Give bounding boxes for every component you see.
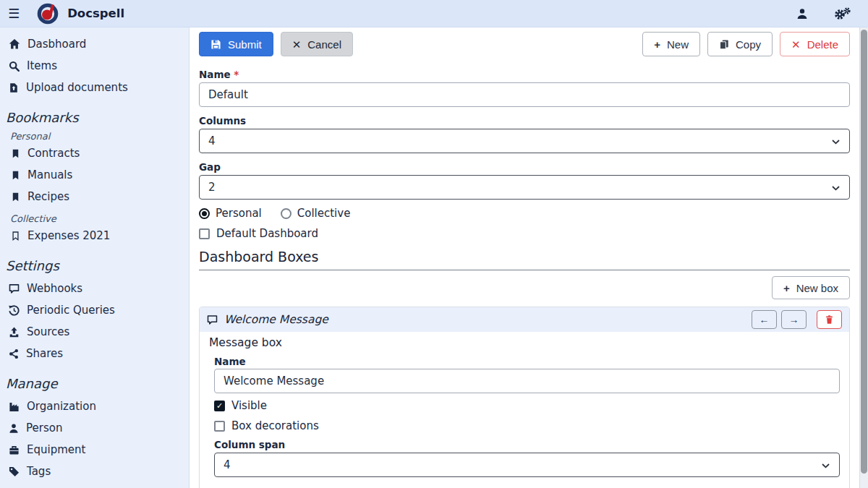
sidebar-item-sources[interactable]: Sources	[0, 321, 189, 343]
name-label-text: Name	[199, 69, 231, 80]
vertical-scrollbar[interactable]	[859, 27, 868, 488]
sidebar-item-label: Equipment	[27, 444, 85, 455]
sidebar-item-label: Periodic Queries	[27, 304, 115, 316]
delete-label: Delete	[807, 38, 838, 51]
sidebar-item-shares[interactable]: Shares	[0, 343, 189, 364]
organization-icon	[9, 401, 20, 412]
history-icon	[9, 305, 20, 316]
scrollbar-thumb[interactable]	[861, 30, 867, 474]
sidebar-item-tags[interactable]: Tags	[0, 461, 189, 482]
sidebar-item-expenses-2021[interactable]: Expenses 2021	[0, 225, 189, 247]
top-navbar: ☰ Docspell	[0, 0, 868, 27]
sidebar-item-items[interactable]: Items	[0, 55, 189, 77]
comment-icon	[9, 283, 20, 294]
sidebar-item-label: Dasbhoard	[27, 38, 86, 50]
trash-icon	[825, 314, 834, 325]
bookmark-icon	[11, 148, 20, 159]
sidebar-item-label: Shares	[26, 348, 63, 359]
arrow-right-icon: →	[789, 314, 799, 325]
radio-collective-label: Collective	[297, 207, 351, 220]
scope-radio-group: Personal Collective	[199, 207, 850, 220]
plus-icon: +	[783, 283, 790, 294]
chevron-down-icon	[822, 463, 830, 468]
sidebar-item-label: Organization	[27, 401, 96, 412]
chevron-down-icon	[832, 186, 840, 191]
person-icon	[9, 423, 19, 434]
copy-label: Copy	[736, 38, 761, 51]
sidebar-item-periodic-queries[interactable]: Periodic Queries	[0, 299, 189, 321]
chevron-down-icon	[832, 140, 840, 145]
main-content: Submit ✕ Cancel + New Copy	[190, 27, 859, 488]
sidebar-item-label: Recipes	[27, 191, 69, 202]
visible-checkbox-row[interactable]: ✓ Visible	[214, 399, 840, 412]
checkbox-unchecked-icon[interactable]	[214, 421, 225, 432]
columns-select[interactable]: 4	[199, 129, 850, 153]
bookmark-group-personal: Personal	[10, 131, 189, 142]
cancel-label: Cancel	[307, 38, 341, 51]
checkbox-unchecked-icon[interactable]	[199, 228, 210, 239]
app-title: Docspell	[67, 7, 124, 20]
radio-unselected-icon[interactable]	[281, 208, 292, 219]
visible-label: Visible	[231, 399, 267, 412]
columns-selected-value: 4	[208, 134, 216, 147]
box-decorations-checkbox-row[interactable]: Box decorations	[214, 419, 840, 432]
copy-button[interactable]: Copy	[707, 32, 773, 56]
delete-button[interactable]: ✕ Delete	[780, 32, 850, 56]
box-kind-label: Message box	[209, 337, 840, 349]
gap-field-label: Gap	[199, 162, 850, 173]
close-icon: ✕	[791, 39, 801, 50]
sidebar-item-label: Webhooks	[27, 283, 82, 294]
sidebar-item-organization[interactable]: Organization	[0, 395, 189, 417]
sidebar-item-manuals[interactable]: Manuals	[0, 164, 189, 186]
sidebar-item-upload-documents[interactable]: Upload documents	[0, 77, 189, 98]
sidebar-item-dashboard[interactable]: Dasbhoard	[0, 33, 189, 55]
check-icon: ✓	[216, 402, 223, 410]
sidebar-section-settings: Settings	[6, 258, 189, 273]
new-label: New	[667, 38, 689, 51]
box-body: Message box Name ✓ Visible Box decoratio…	[200, 332, 849, 488]
sidebar-item-label: Sources	[27, 326, 69, 338]
gears-settings-icon[interactable]	[834, 7, 851, 20]
share-icon	[9, 348, 19, 359]
move-box-right-button[interactable]: →	[781, 310, 807, 329]
sidebar-item-label: Tags	[27, 466, 51, 477]
sidebar-item-label: Upload documents	[26, 82, 128, 93]
docspell-logo-icon	[37, 3, 59, 25]
sidebar-item-contracts[interactable]: Contracts	[0, 142, 189, 164]
radio-option-personal[interactable]: Personal	[199, 207, 262, 220]
new-button[interactable]: + New	[642, 32, 700, 56]
default-dashboard-checkbox-row[interactable]: Default Dashboard	[199, 227, 850, 240]
sidebar-item-webhooks[interactable]: Webhooks	[0, 278, 189, 299]
radio-option-collective[interactable]: Collective	[281, 207, 351, 220]
new-box-button[interactable]: + New box	[772, 276, 850, 299]
menu-icon[interactable]: ☰	[8, 7, 20, 20]
sidebar-section-bookmarks: Bookmarks	[6, 110, 189, 125]
tags-icon	[9, 466, 20, 477]
user-account-icon[interactable]	[796, 8, 808, 20]
sidebar-item-equipment[interactable]: Equipment	[0, 439, 189, 461]
column-span-field-label: Column span	[214, 440, 840, 450]
submit-label: Submit	[228, 38, 262, 51]
bookmark-group-collective: Collective	[10, 213, 189, 224]
comment-icon	[207, 314, 218, 325]
arrow-left-icon: ←	[760, 314, 770, 325]
radio-selected-icon[interactable]	[199, 208, 210, 219]
box-name-input[interactable]	[214, 369, 840, 393]
sidebar-item-label: Contracts	[27, 147, 80, 159]
upload-icon	[9, 327, 20, 338]
sidebar-item-recipes[interactable]: Recipes	[0, 186, 189, 207]
gap-select[interactable]: 2	[199, 175, 850, 200]
sidebar-section-manage: Manage	[6, 376, 189, 391]
bookmark-outline-icon	[11, 231, 20, 241]
dashboard-name-input[interactable]	[199, 82, 850, 107]
submit-button[interactable]: Submit	[199, 32, 273, 56]
delete-box-button[interactable]	[817, 310, 842, 329]
move-box-left-button[interactable]: ←	[752, 310, 777, 329]
column-span-select[interactable]: 4	[214, 453, 840, 477]
checkbox-checked-icon[interactable]: ✓	[214, 401, 225, 411]
sidebar-item-person[interactable]: Person	[0, 417, 189, 439]
home-icon	[9, 38, 20, 50]
dashboard-boxes-heading: Dashboard Boxes	[199, 249, 850, 270]
new-box-label: New box	[796, 282, 838, 294]
cancel-button[interactable]: ✕ Cancel	[281, 32, 353, 56]
